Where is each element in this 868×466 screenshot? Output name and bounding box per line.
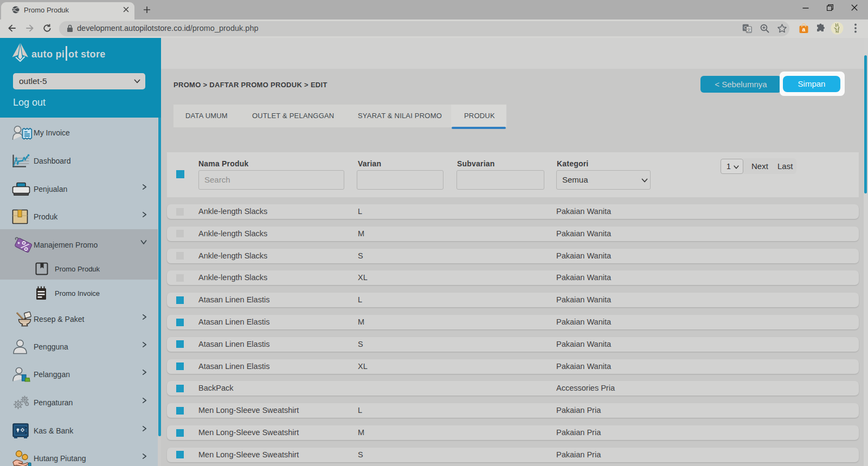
- svg-text:a: a: [802, 26, 806, 33]
- svg-text:文: 文: [747, 28, 751, 33]
